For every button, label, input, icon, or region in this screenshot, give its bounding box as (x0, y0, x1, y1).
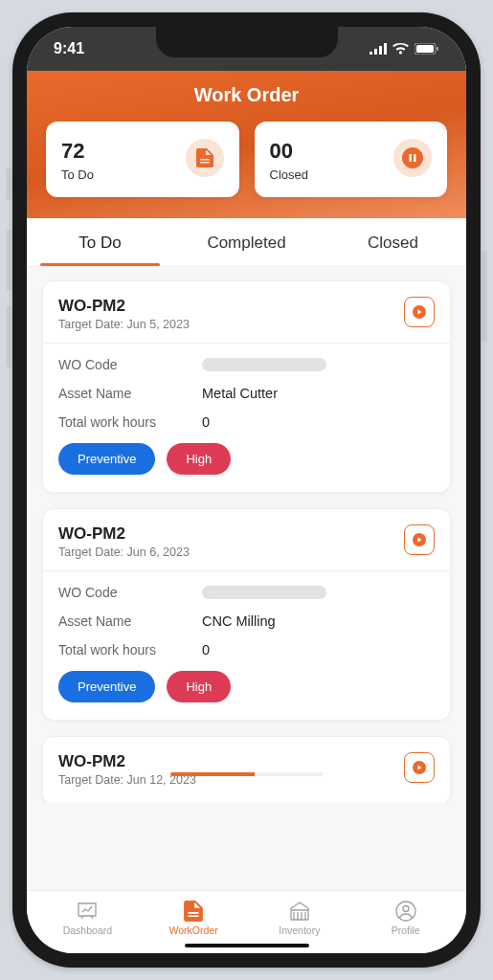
tabs: To Do Completed Closed (27, 218, 466, 267)
asset-value: Metal Cutter (202, 386, 278, 401)
svg-rect-4 (410, 154, 412, 162)
hours-label: Total work hours (58, 642, 202, 657)
profile-icon (352, 901, 459, 922)
tab-completed[interactable]: Completed (173, 218, 320, 266)
svg-point-10 (403, 906, 409, 912)
priority-pill: High (167, 443, 231, 475)
asset-value: CNC Milling (202, 613, 276, 629)
workorder-icon (141, 901, 247, 922)
wo-title: WO-PM2 (58, 752, 196, 771)
inventory-icon (247, 901, 353, 922)
phone-frame: 9:41 Work Order 72 To Do (12, 12, 481, 968)
svg-rect-2 (437, 47, 438, 51)
notch (156, 27, 338, 57)
start-button[interactable] (404, 297, 435, 327)
wo-code-label: WO Code (58, 585, 202, 600)
nav-label: Inventory (279, 924, 320, 936)
summary-label: Closed (270, 167, 308, 182)
header-area: Work Order 72 To Do 00 Closed (27, 71, 466, 218)
wo-target-date: Target Date: Jun 5, 2023 (58, 318, 190, 331)
hours-value: 0 (202, 414, 210, 430)
asset-label: Asset Name (58, 386, 202, 401)
work-order-card[interactable]: WO-PM2 Target Date: Jun 5, 2023 WO Code … (42, 280, 451, 493)
hours-value: 0 (202, 642, 210, 657)
nav-label: WorkOrder (169, 924, 218, 936)
status-time: 9:41 (54, 40, 84, 57)
wo-title: WO-PM2 (58, 524, 190, 544)
pause-icon (393, 139, 432, 177)
start-button[interactable] (404, 524, 435, 555)
svg-point-3 (402, 147, 423, 168)
nav-profile[interactable]: Profile (352, 901, 459, 936)
tab-todo[interactable]: To Do (27, 218, 173, 266)
page-title: Work Order (46, 84, 447, 106)
summary-count: 00 (270, 139, 308, 164)
asset-label: Asset Name (58, 613, 202, 629)
wo-code-label: WO Code (58, 357, 202, 372)
wifi-icon (392, 43, 409, 55)
svg-rect-1 (416, 45, 434, 53)
scroll-progress (170, 772, 324, 776)
home-indicator[interactable] (185, 944, 309, 947)
wo-title: WO-PM2 (58, 297, 190, 316)
nav-inventory[interactable]: Inventory (247, 901, 353, 936)
type-pill: Preventive (58, 671, 155, 702)
work-order-card[interactable]: WO-PM2 Target Date: Jun 6, 2023 WO Code … (42, 508, 451, 721)
priority-pill: High (167, 671, 231, 702)
nav-label: Dashboard (63, 924, 112, 936)
work-order-list[interactable]: WO-PM2 Target Date: Jun 5, 2023 WO Code … (27, 267, 466, 803)
svg-rect-5 (414, 154, 415, 162)
nav-dashboard[interactable]: Dashboard (34, 901, 141, 936)
summary-label: To Do (61, 167, 94, 182)
hours-label: Total work hours (58, 414, 202, 430)
type-pill: Preventive (58, 443, 155, 475)
nav-label: Profile (392, 924, 420, 936)
play-icon (413, 305, 426, 319)
signal-icon (370, 43, 387, 55)
wo-code-redacted (202, 358, 326, 371)
play-icon (413, 533, 426, 546)
battery-icon (415, 43, 439, 55)
start-button[interactable] (404, 752, 435, 783)
nav-workorder[interactable]: WorkOrder (141, 901, 247, 936)
wo-code-redacted (202, 586, 326, 599)
summary-card-closed[interactable]: 00 Closed (255, 122, 448, 197)
screen: 9:41 Work Order 72 To Do (27, 27, 466, 953)
summary-count: 72 (61, 139, 94, 164)
dashboard-icon (34, 901, 141, 922)
summary-card-todo[interactable]: 72 To Do (46, 122, 239, 197)
summary-row: 72 To Do 00 Closed (46, 122, 447, 197)
status-indicators (370, 43, 439, 55)
file-icon (186, 139, 224, 177)
wo-target-date: Target Date: Jun 6, 2023 (58, 546, 190, 559)
tab-closed[interactable]: Closed (320, 218, 466, 266)
play-icon (413, 761, 426, 774)
work-order-card[interactable]: WO-PM2 Target Date: Jun 12, 2023 (42, 736, 451, 803)
